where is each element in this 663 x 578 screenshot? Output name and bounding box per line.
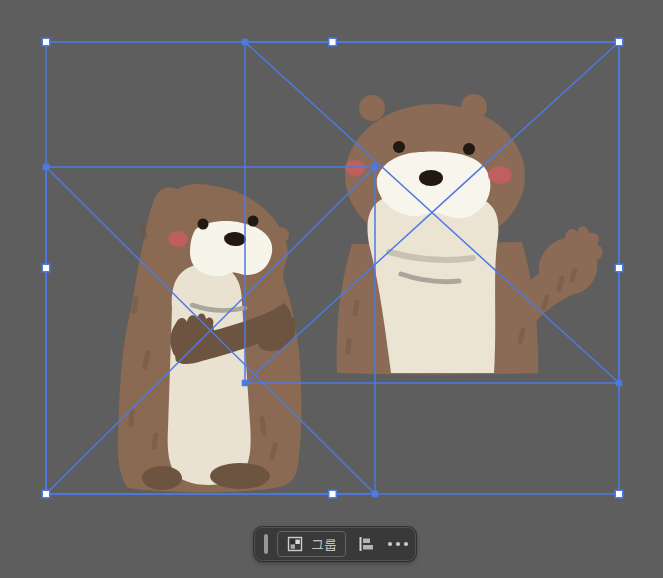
selection-handle[interactable] [329, 38, 337, 46]
selection-handle[interactable] [615, 264, 623, 272]
ellipsis-icon [404, 542, 408, 546]
canvas[interactable]: 그룹 [0, 0, 663, 578]
group-button-label: 그룹 [311, 538, 337, 551]
selection-handle[interactable] [42, 490, 50, 498]
align-button[interactable] [355, 533, 377, 555]
selection-handle[interactable] [329, 490, 337, 498]
anchor-point[interactable] [242, 39, 249, 46]
selection-handle[interactable] [42, 38, 50, 46]
selection-handle[interactable] [615, 490, 623, 498]
contextual-taskbar: 그룹 [254, 527, 416, 561]
anchor-point[interactable] [616, 380, 623, 387]
ellipsis-icon [396, 542, 400, 546]
selection-handle[interactable] [42, 264, 50, 272]
selection-handle[interactable] [615, 38, 623, 46]
align-left-icon [357, 535, 375, 553]
selection-overlay [0, 0, 663, 578]
ellipsis-icon [388, 542, 392, 546]
anchor-point[interactable] [372, 491, 379, 498]
more-options-button[interactable] [386, 542, 410, 546]
drag-handle[interactable] [264, 534, 268, 554]
anchor-point[interactable] [242, 380, 249, 387]
anchor-point[interactable] [43, 164, 50, 171]
group-button[interactable]: 그룹 [277, 531, 346, 557]
group-icon [286, 535, 304, 553]
anchor-point[interactable] [372, 164, 379, 171]
